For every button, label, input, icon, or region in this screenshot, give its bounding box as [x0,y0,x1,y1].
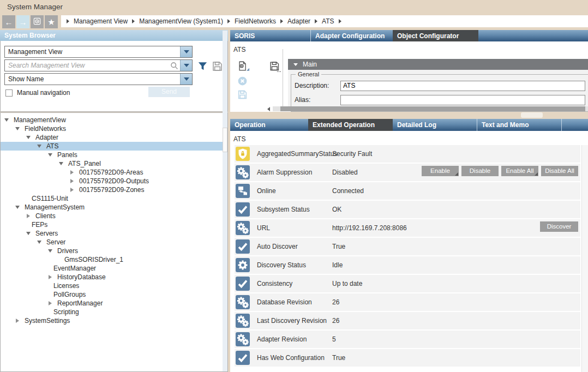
tree-item-eventmanager[interactable]: EventManager [1,264,227,273]
tab-operation[interactable]: Operation [230,119,308,131]
check-icon [236,239,250,254]
search-box[interactable] [4,59,193,71]
breadcrumb-item[interactable]: ATS [322,17,334,25]
tree-item-managementview[interactable]: ManagementView [1,116,227,124]
tab-detailed-log[interactable]: Detailed Log [393,119,477,131]
tab-text-and-memo[interactable]: Text and Memo [477,119,562,131]
expand-arrow-icon[interactable] [47,275,53,279]
action-button-enable[interactable]: Enable [422,166,459,176]
chevron-down-icon [184,50,189,53]
manual-navigation-checkbox[interactable] [5,89,13,97]
collapse-arrow-icon[interactable] [25,232,32,235]
tree-item-panels[interactable]: Panels [1,151,227,159]
expand-arrow-icon[interactable] [47,301,53,305]
tree-item-clients[interactable]: Clients [1,212,227,220]
tab-object-configurator[interactable]: Object Configurator [393,30,478,41]
breadcrumb-item[interactable]: ManagementView (System1) [139,17,223,25]
tree-item-server[interactable]: Server [1,238,227,247]
collapse-arrow-icon[interactable] [58,162,64,165]
horizontal-scrollbar-thumb[interactable] [280,106,585,111]
back-button[interactable]: ← [2,15,15,28]
tree-item-label: Licenses [53,282,79,290]
expand-arrow-icon[interactable] [69,188,75,192]
tab-soris[interactable]: SORIS [230,30,311,41]
collapse-arrow-icon[interactable] [25,136,32,139]
gears-icon [236,332,250,346]
save-icon[interactable] [237,89,248,100]
expand-arrow-icon[interactable] [14,319,21,323]
search-input[interactable] [5,60,168,71]
property-row-auto-discover: Auto DiscoverTrue [235,238,580,255]
property-list-scrollbar[interactable] [581,145,588,372]
collapse-arrow-icon[interactable] [14,127,21,130]
collapse-arrow-icon[interactable] [47,249,53,253]
tree-item-gmssorisdriver-1[interactable]: GmsSORISDriver_1 [1,255,227,264]
tree-scrollbar-thumb[interactable] [223,128,227,152]
expand-arrow-icon[interactable] [25,214,32,218]
filter-icon[interactable] [196,60,209,73]
tree-item-reportmanager[interactable]: ReportManager [1,299,227,308]
expand-arrow-icon[interactable] [69,179,75,183]
description-input[interactable] [340,81,585,91]
send-button[interactable]: Send [148,87,190,97]
display-mode-selector[interactable]: Show Name [4,73,193,85]
property-row-database-revision: Database Revision26 [235,293,580,311]
main-section-header[interactable]: Main [288,59,588,70]
tree-item-adapter[interactable]: Adapter [1,133,227,142]
collapse-arrow-icon[interactable] [3,118,10,122]
action-button-enable-all[interactable]: Enable All [501,166,538,176]
tree-scrollbar[interactable] [223,31,227,371]
tree-item-cs1115-unit[interactable]: CS1115-Unit [1,194,227,203]
tree-item-servers[interactable]: Servers [1,229,227,238]
object-label: ATS [233,135,245,143]
tree-item-systemsettings[interactable]: SystemSettings [1,316,227,325]
tree-item-historydatabase[interactable]: HistoryDatabase [1,273,227,281]
property-name: Online [257,187,331,195]
scroll-left-icon[interactable] [267,107,270,111]
forward-button[interactable]: → [16,15,29,28]
tree-item-ats-panel[interactable]: ATS_Panel [1,159,227,168]
save-as-icon[interactable] [268,60,281,73]
breadcrumb-item[interactable]: FieldNetworks [235,17,276,25]
save-filter-icon[interactable] [211,60,224,73]
tree-item-ats[interactable]: ATS [1,142,227,151]
horizontal-scrollbar[interactable] [273,106,588,111]
collapse-arrow-icon[interactable] [14,206,21,209]
property-value: True [332,354,580,362]
property-actions: EnableDisableEnable AllDisable All [422,166,578,176]
search-dropdown-button[interactable] [180,60,192,71]
action-button-discover[interactable]: Discover [540,221,578,232]
tree-item-fieldnetworks[interactable]: FieldNetworks [1,124,227,133]
action-button-disable-all[interactable]: Disable All [541,166,578,176]
property-value: Idle [332,261,580,269]
alias-input[interactable] [340,95,585,105]
tree-item-scripting[interactable]: Scripting [1,308,227,316]
tree-item-001755792d09-zones[interactable]: 001755792D09-Zones [1,185,227,194]
tree-item-managementsystem[interactable]: ManagementSystem [1,203,227,212]
tree-item-feps[interactable]: FEPs [1,220,227,229]
new-object-icon[interactable] [236,60,250,73]
collapse-arrow-icon[interactable] [47,153,53,157]
window-titlebar: System Manager [0,0,588,15]
tree-item-licenses[interactable]: Licenses [1,281,227,290]
tab-adapter-configuration[interactable]: Adapter Configuration [311,30,393,41]
view-selector-dropdown-button[interactable] [180,46,192,57]
tab-extended-operation[interactable]: Extended Operation [308,119,393,131]
tree-item-pollgroups[interactable]: PollGroups [1,290,227,299]
history-button[interactable] [31,15,44,28]
tree-item-drivers[interactable]: Drivers [1,247,227,255]
expand-arrow-icon[interactable] [69,170,75,175]
display-mode-dropdown-button[interactable] [180,74,192,85]
tree-item-label: Scripting [53,308,79,316]
collapse-arrow-icon[interactable] [36,145,43,148]
pane-splitter[interactable] [521,112,543,118]
tree-item-001755792d09-areas[interactable]: 001755792D09-Areas [1,168,227,177]
breadcrumb-item[interactable]: Adapter [287,17,310,25]
action-button-disable[interactable]: Disable [461,166,499,176]
view-selector[interactable]: Management View [4,46,193,58]
breadcrumb-item[interactable]: Management View [74,17,128,25]
collapse-arrow-icon[interactable] [36,241,43,244]
discard-icon[interactable] [237,75,248,87]
tree-item-001755792d09-outputs[interactable]: 001755792D09-Outputs [1,177,227,185]
favorites-button[interactable]: ★ [45,15,58,28]
